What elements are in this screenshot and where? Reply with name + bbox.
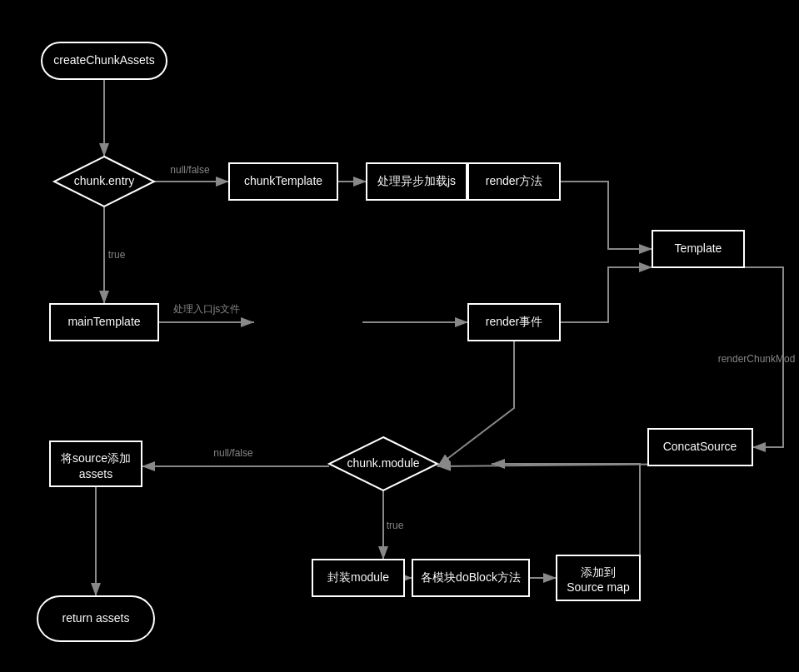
label-main-template: mainTemplate xyxy=(67,315,140,328)
label-add-source-map-1: 添加到 xyxy=(581,565,616,579)
label-handle-entry: 处理入口js文件 xyxy=(173,303,241,315)
edge-rendermethod-to-template xyxy=(560,182,652,249)
label-true-1: true xyxy=(108,249,126,261)
label-add-source-map-2: Source map xyxy=(567,580,630,594)
label-handle-async: 处理异步加载js xyxy=(377,174,456,187)
label-wrap-module: 封装module xyxy=(327,570,389,584)
label-return-assets: return assets xyxy=(62,611,130,625)
label-chunk-entry: chunk.entry xyxy=(74,174,134,187)
edge-sourcemap-to-chunkmodule xyxy=(492,464,640,559)
label-renderchunkmod: renderChunkMod xyxy=(718,353,796,365)
edge-renderevent-to-template xyxy=(560,267,652,322)
edge-renderevent-to-chunkmodule xyxy=(437,341,514,466)
label-create-chunk-assets: createChunkAssets xyxy=(53,53,154,67)
label-null-false-1: null/false xyxy=(170,164,210,176)
label-render-method: render方法 xyxy=(486,174,542,187)
label-do-block: 各模块doBlock方法 xyxy=(421,570,521,584)
label-render-event: render事件 xyxy=(486,315,542,328)
label-true-2: true xyxy=(387,520,404,531)
label-null-false-2: null/false xyxy=(213,447,253,459)
flowchart-diagram: null/false true 处理入口js文件 renderChunkMod … xyxy=(0,0,799,672)
label-concat-source: ConcatSource xyxy=(663,440,737,453)
label-chunk-template: chunkTemplate xyxy=(244,174,322,187)
label-add-source-assets-2: assets xyxy=(79,467,112,480)
label-chunk-module: chunk.module xyxy=(347,456,419,470)
label-template: Template xyxy=(675,241,722,255)
label-add-source-assets-1: 将source添加 xyxy=(60,451,131,465)
